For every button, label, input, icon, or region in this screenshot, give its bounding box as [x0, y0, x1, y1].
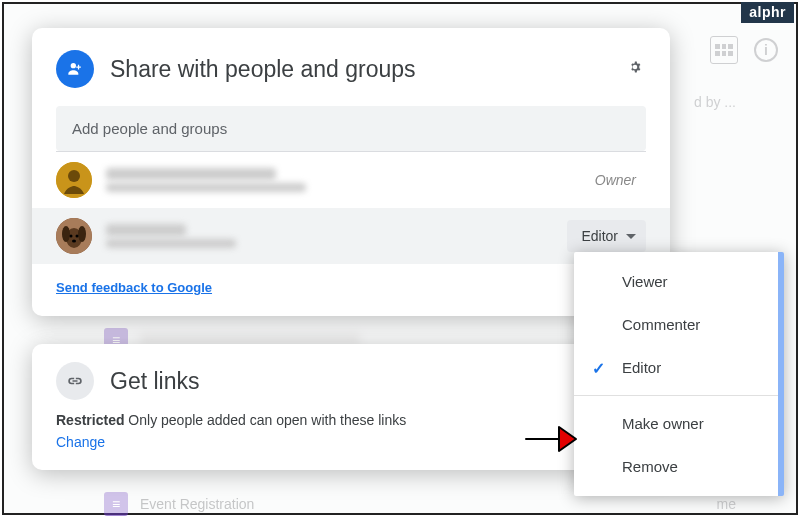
annotation-arrow — [524, 419, 579, 463]
menu-separator — [574, 395, 778, 396]
person-info — [106, 168, 581, 192]
link-icon — [56, 362, 94, 400]
role-dropdown[interactable]: Editor — [567, 220, 646, 252]
person-email-blurred — [106, 183, 306, 192]
avatar — [56, 218, 92, 254]
add-people-input[interactable]: Add people and groups — [56, 106, 646, 151]
add-people-icon — [56, 50, 94, 88]
svg-point-8 — [76, 235, 79, 238]
svg-point-9 — [72, 240, 76, 243]
person-row-owner: Owner — [32, 152, 670, 208]
person-name-blurred — [106, 224, 186, 236]
role-dropdown-label: Editor — [581, 228, 618, 244]
feedback-link[interactable]: Send feedback to Google — [56, 280, 212, 295]
watermark: alphr — [741, 2, 794, 23]
svg-point-0 — [71, 63, 76, 68]
menu-item-viewer[interactable]: Viewer — [574, 260, 778, 303]
dialog-title: Share with people and groups — [110, 56, 608, 83]
role-label-owner: Owner — [595, 172, 646, 188]
svg-point-5 — [62, 226, 70, 242]
person-name-blurred — [106, 168, 276, 180]
svg-point-2 — [68, 170, 80, 182]
menu-item-editor[interactable]: Editor — [574, 346, 778, 389]
svg-point-6 — [78, 226, 86, 242]
menu-item-remove[interactable]: Remove — [574, 445, 778, 488]
person-info — [106, 224, 553, 248]
role-dropdown-menu: Viewer Commenter Editor Make owner Remov… — [574, 252, 784, 496]
menu-item-commenter[interactable]: Commenter — [574, 303, 778, 346]
menu-item-make-owner[interactable]: Make owner — [574, 402, 778, 445]
chevron-down-icon — [626, 234, 636, 239]
get-links-title: Get links — [110, 368, 199, 395]
settings-button[interactable] — [624, 56, 646, 82]
person-email-blurred — [106, 239, 236, 248]
avatar — [56, 162, 92, 198]
svg-point-7 — [70, 235, 73, 238]
